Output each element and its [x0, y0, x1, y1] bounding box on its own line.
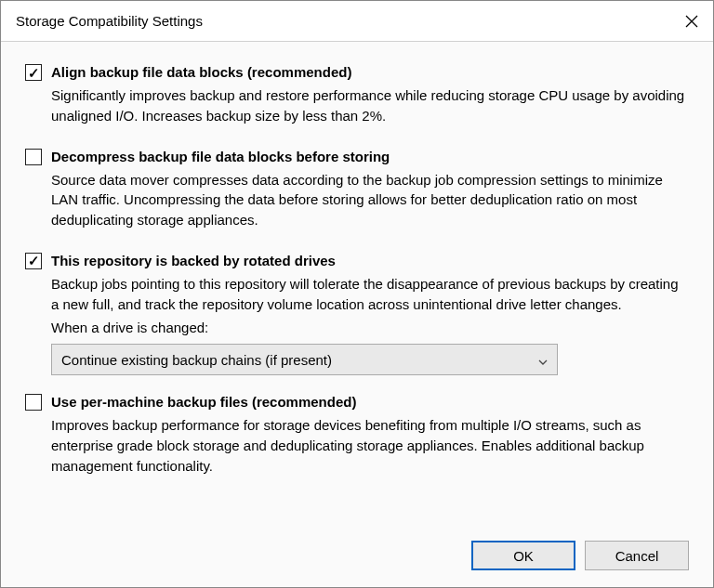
option-rotated-drives: This repository is backed by rotated dri…: [25, 251, 689, 375]
option-desc: Significantly improves backup and restor…: [51, 85, 689, 126]
checkbox-decompress-blocks[interactable]: [25, 149, 42, 165]
option-text: Decompress backup file data blocks befor…: [51, 147, 689, 234]
option-desc: Backup jobs pointing to this repository …: [51, 274, 689, 315]
option-text: Use per-machine backup files (recommende…: [51, 392, 689, 479]
dialog-title: Storage Compatibility Settings: [16, 13, 203, 29]
dialog-footer: OK Cancel: [471, 541, 689, 570]
option-desc: Improves backup performance for storage …: [51, 415, 689, 476]
dialog-content: Align backup file data blocks (recommend…: [1, 42, 713, 587]
drive-changed-prompt: When a drive is changed:: [51, 318, 689, 338]
chevron-down-icon: [538, 352, 548, 368]
checkbox-align-blocks[interactable]: [25, 64, 42, 81]
option-label: Decompress backup file data blocks befor…: [51, 147, 689, 166]
button-label: OK: [513, 548, 534, 564]
titlebar: Storage Compatibility Settings: [1, 1, 713, 42]
close-icon[interactable]: [685, 15, 698, 28]
checkbox-rotated-drives[interactable]: [25, 253, 42, 269]
cancel-button[interactable]: Cancel: [585, 541, 689, 570]
option-label: Use per-machine backup files (recommende…: [51, 392, 689, 412]
option-label: This repository is backed by rotated dri…: [51, 251, 689, 270]
checkbox-per-machine-files[interactable]: [25, 394, 42, 411]
button-label: Cancel: [615, 548, 659, 564]
option-per-machine-files: Use per-machine backup files (recommende…: [25, 392, 689, 479]
option-decompress-blocks: Decompress backup file data blocks befor…: [25, 147, 689, 234]
option-label: Align backup file data blocks (recommend…: [51, 62, 689, 82]
option-text: Align backup file data blocks (recommend…: [51, 62, 689, 130]
drive-changed-dropdown[interactable]: Continue existing backup chains (if pres…: [51, 344, 558, 375]
option-text: This repository is backed by rotated dri…: [51, 251, 689, 375]
option-desc: Source data mover compresses data accord…: [51, 170, 689, 230]
ok-button[interactable]: OK: [471, 541, 575, 570]
option-align-blocks: Align backup file data blocks (recommend…: [25, 62, 689, 130]
dropdown-value: Continue existing backup chains (if pres…: [61, 352, 332, 368]
